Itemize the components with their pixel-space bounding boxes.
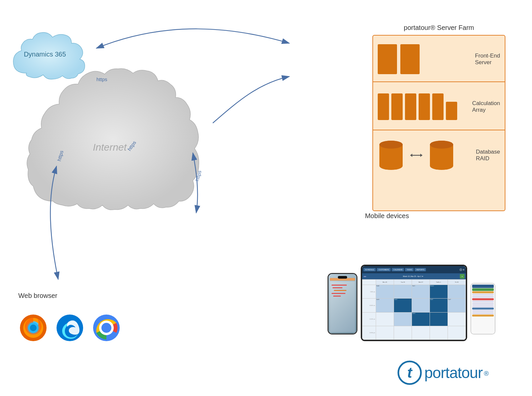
browser-icons-container [18, 313, 121, 343]
svg-text:Internet: Internet [93, 142, 127, 153]
svg-point-22 [101, 323, 111, 333]
svg-marker-6 [420, 154, 422, 157]
logo-registered: ® [484, 370, 489, 377]
https-label-top: https [96, 76, 107, 82]
svg-point-18 [30, 325, 37, 331]
db-cylinder-1 [378, 139, 404, 172]
calc-array-label: CalculationArray [469, 100, 500, 113]
logo-text: portatour [424, 364, 482, 382]
internet-cloud: Internet [20, 62, 213, 226]
mobile-devices-container: SCHEDULE CUSTOMERS CALENDAR TASKS REPORT… [328, 265, 495, 344]
logo-icon: t [396, 359, 423, 386]
chrome-icon [91, 313, 121, 343]
db-cylinder-2 [428, 139, 455, 172]
svg-point-4 [379, 141, 403, 149]
svg-marker-7 [410, 154, 412, 157]
edge-icon [55, 313, 85, 343]
firefox-icon [18, 313, 48, 343]
server-farm-title: portatour® Server Farm [372, 24, 505, 32]
tablet-device: SCHEDULE CUSTOMERS CALENDAR TASKS REPORT… [361, 265, 467, 341]
mobile-devices-label: Mobile devices [365, 212, 409, 220]
db-arrow [410, 150, 423, 160]
frontend-label: Front-EndServer [471, 53, 500, 66]
svg-point-3 [379, 162, 403, 170]
frontend-server-block-1 [378, 44, 397, 74]
svg-point-11 [430, 141, 453, 149]
db-raid-label: DatabaseRAID [472, 149, 500, 162]
svg-point-10 [430, 162, 453, 170]
mobile-phone-left [328, 273, 357, 334]
mobile-phone-right [470, 283, 495, 334]
web-browser-label: Web browser [18, 292, 57, 300]
frontend-server-block-2 [400, 44, 420, 74]
server-farm-box: Front-EndServer CalculationArray [372, 35, 505, 211]
dynamics-label: Dynamics 365 [24, 51, 66, 58]
svg-text:t: t [407, 364, 413, 381]
portatour-logo: t portatour ® [396, 359, 489, 386]
